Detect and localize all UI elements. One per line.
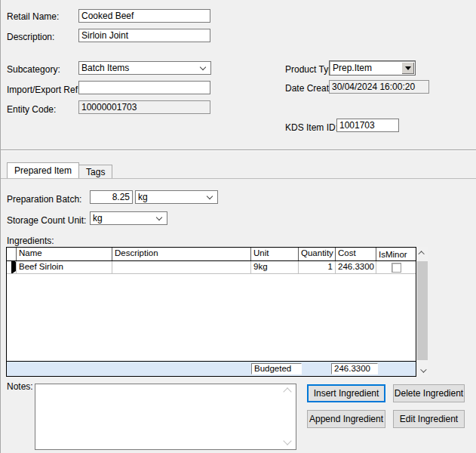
chevron-down-icon (200, 63, 206, 69)
tab-pane-border (1, 178, 476, 179)
budgeted-value-box: 246.3300 (331, 363, 378, 374)
scrollbar-up-button[interactable] (416, 247, 428, 259)
chevron-down-icon (420, 366, 426, 372)
ingredients-grid-header: Name Description Unit Quantity Cost IsMi… (7, 248, 416, 261)
ingredient-isminor-cell[interactable] (376, 261, 416, 273)
column-header-quantity[interactable]: Quantity (299, 248, 336, 260)
ingredient-row[interactable]: Beef Sirloin 9kg 1 246.3300 (7, 261, 416, 274)
date-created-field[interactable] (329, 80, 429, 94)
column-header-unit[interactable]: Unit (251, 248, 299, 260)
tab-tags-label: Tags (86, 167, 105, 177)
storage-count-unit-combobox[interactable]: kg (90, 211, 167, 225)
tab-strip: Prepared Item Tags (7, 162, 112, 178)
preparation-batch-input[interactable] (90, 190, 133, 204)
grid-empty-area (7, 274, 416, 361)
column-header-isminor[interactable]: IsMinor (376, 248, 416, 260)
import-export-ref-input[interactable] (78, 81, 210, 94)
tab-prepared-item[interactable]: Prepared Item (7, 162, 79, 178)
retail-name-label: Retail Name: (7, 11, 59, 22)
edit-ingredient-button[interactable]: Edit Ingredient (393, 410, 465, 428)
isminor-checkbox[interactable] (392, 263, 401, 273)
column-header-cost[interactable]: Cost (336, 248, 376, 260)
insert-ingredient-button[interactable]: Insert Ingredient (307, 384, 385, 402)
scrollbar-down-button[interactable] (416, 365, 428, 377)
entity-code-label: Entity Code: (7, 104, 56, 115)
append-ingredient-button[interactable]: Append Ingredient (307, 410, 385, 428)
chevron-down-icon (156, 214, 162, 220)
row-selector-header (7, 248, 17, 260)
column-header-description[interactable]: Description (112, 248, 251, 260)
chevron-down-icon (207, 193, 213, 199)
dropdown-arrow-icon (405, 66, 411, 70)
chevron-up-icon (418, 251, 424, 257)
grid-vertical-scrollbar[interactable] (416, 247, 428, 377)
subcategory-value: Batch Items (81, 63, 198, 73)
section-divider (1, 149, 476, 151)
subcategory-label: Subcategory: (7, 64, 60, 75)
product-editor-panel: Retail Name: Description: Subcategory: B… (0, 0, 476, 453)
storage-count-unit-value: kg (93, 213, 154, 223)
row-selector-icon (11, 261, 16, 273)
kds-item-id-field[interactable] (336, 119, 399, 132)
ingredients-grid: Name Description Unit Quantity Cost IsMi… (6, 247, 416, 377)
description-label: Description: (7, 32, 54, 42)
ingredient-unit-cell[interactable]: 9kg (251, 261, 299, 273)
entity-code-field[interactable] (78, 100, 210, 114)
notes-textarea[interactable] (35, 384, 296, 450)
import-export-ref-label: Import/Export Ref: (7, 85, 80, 95)
ingredient-description-cell[interactable] (112, 261, 251, 273)
description-input[interactable] (78, 29, 210, 42)
subcategory-combobox[interactable]: Batch Items (78, 61, 211, 75)
storage-count-unit-label: Storage Count Unit: (7, 215, 86, 226)
ingredient-name-cell[interactable]: Beef Sirloin (17, 261, 112, 273)
grid-footer: Budgeted 246.3300 (7, 361, 416, 376)
product-type-value: Prep.Item (330, 63, 401, 73)
retail-name-input[interactable] (78, 9, 210, 23)
delete-ingredient-button[interactable]: Delete Ingredient (393, 384, 465, 402)
preparation-batch-label: Preparation Batch: (7, 194, 81, 205)
scrollbar-thumb[interactable] (417, 261, 428, 360)
tab-tags[interactable]: Tags (79, 165, 112, 178)
notes-label: Notes: (7, 381, 33, 392)
preparation-batch-unit-value: kg (138, 192, 204, 202)
ingredient-quantity-cell[interactable]: 1 (299, 261, 336, 273)
kds-item-id-label: KDS Item ID: (285, 122, 338, 133)
budgeted-label-box: Budgeted (251, 363, 302, 374)
tab-prepared-item-label: Prepared Item (14, 165, 72, 176)
preparation-batch-unit-combobox[interactable]: kg (135, 190, 218, 204)
column-header-name[interactable]: Name (17, 248, 112, 260)
product-type-combobox[interactable]: Prep.Item (329, 60, 416, 76)
current-row-indicator (7, 261, 17, 273)
dropdown-arrow-button[interactable] (401, 62, 414, 74)
ingredient-cost-cell[interactable]: 246.3300 (336, 261, 376, 273)
ingredients-label: Ingredients: (7, 236, 54, 246)
